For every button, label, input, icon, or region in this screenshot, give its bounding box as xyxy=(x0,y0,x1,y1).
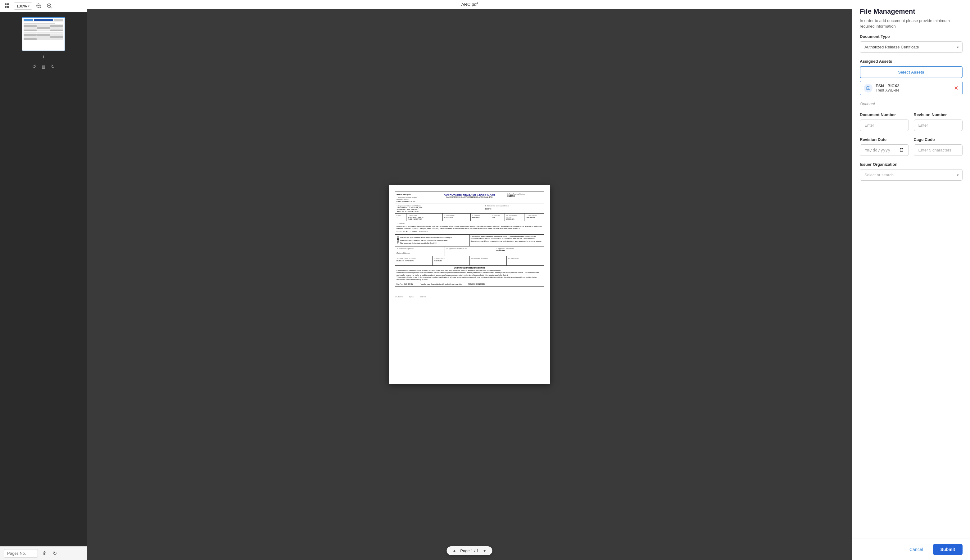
next-page-button[interactable]: ▼ xyxy=(482,548,487,553)
prev-page-button[interactable]: ▲ xyxy=(452,548,457,553)
revision-date-label: Revision Date xyxy=(860,137,909,142)
document-type-select-wrapper: Authorized Release Certificate Work Orde… xyxy=(860,41,963,53)
zoom-out-button[interactable] xyxy=(35,2,43,10)
sidebar-toolbar: 100% ▾ xyxy=(0,0,87,12)
pages-input[interactable] xyxy=(4,549,38,558)
svg-rect-1 xyxy=(7,3,9,5)
issuer-org-select-wrapper: Select or search ▾ xyxy=(860,169,963,181)
rotate-left-button[interactable]: ↺ xyxy=(32,63,37,70)
issuer-org-select[interactable]: Select or search xyxy=(860,169,963,181)
svg-rect-3 xyxy=(7,6,9,8)
assigned-assets-section: Assigned Assets Select Assets ESN - BI xyxy=(860,59,963,95)
zoom-level-label: 100% xyxy=(17,4,27,8)
asset-left: ESN - BICX2 Trent XWB-84 xyxy=(864,83,900,93)
bottom-toolbar: 🗑 ↻ xyxy=(0,546,87,560)
issuer-org-label: Issuer Organization xyxy=(860,162,963,167)
main-viewer: ARC.pdf Rolls·Royce 1. Approving Nationa… xyxy=(87,0,852,560)
sidebar-panel: 100% ▾ xyxy=(0,0,87,560)
cancel-button[interactable]: Cancel xyxy=(903,544,929,555)
pages-sidebar: 1 ↺ 🗑 ↻ xyxy=(0,12,87,546)
remove-asset-button[interactable]: ✕ xyxy=(954,85,958,91)
submit-button[interactable]: Submit xyxy=(933,544,963,555)
panel-header: File Management In order to add document… xyxy=(852,0,970,34)
document-viewer: Rolls·Royce 1. Approving National Aviati… xyxy=(87,9,852,560)
document-type-group: Document Type Authorized Release Certifi… xyxy=(860,34,963,53)
doc-revision-row: Document Number Revision Number xyxy=(860,112,963,131)
panel-subtitle: In order to add document please provide … xyxy=(860,18,963,29)
optional-section-label: Optional xyxy=(860,102,963,106)
svg-line-6 xyxy=(40,7,41,8)
document-number-group: Document Number xyxy=(860,112,909,131)
revision-date-input[interactable] xyxy=(860,144,909,156)
zoom-in-button[interactable] xyxy=(45,2,53,10)
revision-number-group: Revision Number xyxy=(914,112,963,131)
assigned-assets-label: Assigned Assets xyxy=(860,59,963,63)
cage-code-input[interactable] xyxy=(914,144,963,156)
panel-footer: Cancel Submit xyxy=(852,538,970,560)
document-number-label: Document Number xyxy=(860,112,909,117)
arc-document: Rolls·Royce 1. Approving National Aviati… xyxy=(395,192,544,298)
svg-rect-0 xyxy=(5,3,7,5)
rotate-right-button[interactable]: ↻ xyxy=(50,63,56,70)
page-indicator: Page 1 / 1 xyxy=(460,548,478,553)
page-number-label: 1 xyxy=(43,55,45,59)
svg-rect-2 xyxy=(5,6,7,8)
asset-info: ESN - BICX2 Trent XWB-84 xyxy=(876,83,900,93)
revision-number-input[interactable] xyxy=(914,120,963,131)
delete-bottom-button[interactable]: 🗑 xyxy=(41,550,48,558)
cage-code-label: Cage Code xyxy=(914,137,963,142)
select-assets-button[interactable]: Select Assets xyxy=(860,66,963,78)
page-thumbnail-1[interactable] xyxy=(22,17,65,51)
cage-code-group: Cage Code xyxy=(914,137,963,156)
asset-name: ESN - BICX2 xyxy=(876,83,900,88)
zoom-control[interactable]: 100% ▾ xyxy=(14,2,32,10)
thumbnail-actions: ↺ 🗑 ↻ xyxy=(32,63,56,70)
panel-title: File Management xyxy=(860,7,963,15)
file-title: ARC.pdf xyxy=(462,2,478,7)
svg-line-10 xyxy=(51,7,52,8)
asset-icon xyxy=(864,84,873,93)
page-navigation: ▲ Page 1 / 1 ▼ xyxy=(447,546,492,555)
document-page: Rolls·Royce 1. Approving National Aviati… xyxy=(389,185,550,384)
right-panel: File Management In order to add document… xyxy=(852,0,970,560)
refresh-button[interactable]: ↻ xyxy=(52,549,58,558)
panel-body: Document Type Authorized Release Certifi… xyxy=(852,34,970,188)
zoom-chevron-icon: ▾ xyxy=(28,4,30,8)
revision-number-label: Revision Number xyxy=(914,112,963,117)
asset-sub: Trent XWB-84 xyxy=(876,88,900,93)
issuer-org-group: Issuer Organization Select or search ▾ xyxy=(860,162,963,181)
revision-date-group: Revision Date xyxy=(860,137,909,156)
main-toolbar: ARC.pdf xyxy=(87,0,852,9)
asset-item: ESN - BICX2 Trent XWB-84 ✕ xyxy=(860,81,963,95)
document-type-select[interactable]: Authorized Release Certificate Work Orde… xyxy=(860,41,963,53)
delete-page-button[interactable]: 🗑 xyxy=(41,63,47,70)
grid-view-button[interactable] xyxy=(3,2,11,10)
document-number-input[interactable] xyxy=(860,120,909,131)
date-cage-row: Revision Date Cage Code xyxy=(860,137,963,156)
document-type-label: Document Type xyxy=(860,34,963,39)
